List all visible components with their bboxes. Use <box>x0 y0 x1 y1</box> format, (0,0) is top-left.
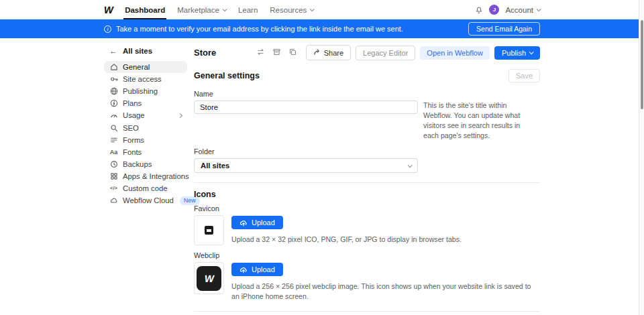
code-icon: </> <box>109 185 118 191</box>
sidebar-item-webflow-cloud[interactable]: Webflow Cloud New <box>104 194 187 206</box>
publish-button[interactable]: Publish <box>494 46 540 60</box>
banner-message: Take a moment to verify your email addre… <box>116 25 403 33</box>
scrollbar-thumb[interactable] <box>641 20 644 109</box>
avatar[interactable]: J <box>489 5 499 15</box>
sidebar-item-fonts[interactable]: Aa Fonts <box>104 146 187 158</box>
gauge-icon <box>109 111 118 119</box>
top-nav: W Dashboard Marketplace Learn Resources … <box>0 0 644 19</box>
webflow-logo-icon[interactable]: W <box>103 4 114 15</box>
cloud-icon <box>109 196 118 204</box>
email-verify-banner: i Take a moment to verify your email add… <box>0 19 644 38</box>
key-icon <box>109 75 118 83</box>
account-menu[interactable]: Account <box>505 6 540 14</box>
sidebar-item-usage[interactable]: Usage <box>104 109 187 121</box>
general-settings-heading: General settings <box>194 71 260 80</box>
form-lines-icon <box>109 136 118 144</box>
webclip-preview: W <box>194 262 224 294</box>
main-content: Store Share Legacy Editor Open in Webflo… <box>194 46 540 315</box>
chevron-right-icon <box>178 113 182 118</box>
section-divider <box>194 311 540 312</box>
chevron-down-icon <box>408 163 413 168</box>
info-icon: i <box>104 25 111 33</box>
nav-item-dashboard[interactable]: Dashboard <box>125 0 165 19</box>
history-clock-icon <box>109 160 118 168</box>
sidebar-item-forms[interactable]: Forms <box>104 134 187 146</box>
nav-item-marketplace[interactable]: Marketplace <box>177 0 226 19</box>
bolt-circle-icon <box>109 99 118 107</box>
name-help-text: This is the site's title within Webflow.… <box>423 83 533 141</box>
webflow-webclip-icon: W <box>197 266 221 291</box>
home-icon <box>109 63 118 71</box>
default-favicon-icon <box>205 226 213 235</box>
page-title: Store <box>194 48 216 58</box>
favicon-preview <box>194 215 224 245</box>
chevron-down-icon <box>223 7 227 11</box>
back-arrow-icon: ← <box>109 47 117 55</box>
webclip-help-text: Upload a 256 × 256 pixel webclip image. … <box>231 281 539 302</box>
fonts-icon: Aa <box>109 149 118 155</box>
notification-bell-icon[interactable] <box>475 5 483 14</box>
share-button[interactable]: Share <box>306 45 351 60</box>
apps-grid-icon <box>109 172 118 180</box>
name-label: Name <box>194 90 418 98</box>
site-name-input[interactable] <box>194 101 418 114</box>
transfer-site-icon[interactable] <box>256 47 265 59</box>
legacy-editor-button[interactable]: Legacy Editor <box>356 46 415 60</box>
sidebar-item-general[interactable]: General <box>104 61 187 73</box>
sidebar-item-plans[interactable]: Plans <box>104 97 187 109</box>
favicon-help-text: Upload a 32 × 32 pixel ICO, PNG, GIF, or… <box>231 235 462 245</box>
globe-icon <box>109 87 118 95</box>
general-save-button[interactable]: Save <box>508 69 540 82</box>
chevron-down-icon <box>537 7 541 11</box>
webclip-upload-button[interactable]: Upload <box>231 263 283 276</box>
section-divider <box>194 182 540 183</box>
chevron-down-icon <box>310 7 315 11</box>
chevron-down-icon <box>529 50 534 54</box>
sidebar-item-site-access[interactable]: Site access <box>104 73 187 85</box>
duplicate-icon[interactable] <box>288 47 297 59</box>
nav-item-resources[interactable]: Resources <box>270 0 313 19</box>
sidebar-item-custom-code[interactable]: </> Custom code <box>104 182 187 194</box>
open-in-webflow-button[interactable]: Open in Webflow <box>420 46 490 60</box>
folder-label: Folder <box>194 147 418 155</box>
vertical-scrollbar[interactable] <box>639 0 644 315</box>
settings-sidebar: ← All sites General Site access Publishi… <box>104 46 187 315</box>
nav-item-learn[interactable]: Learn <box>238 0 258 19</box>
sidebar-item-seo[interactable]: SEO <box>104 121 187 133</box>
sidebar-item-apps-integrations[interactable]: Apps & Integrations <box>104 170 187 182</box>
webclip-label: Webclip <box>194 251 540 259</box>
favicon-label: Favicon <box>194 204 540 212</box>
send-email-again-button[interactable]: Send Email Again <box>468 22 540 36</box>
folder-select[interactable]: All sites <box>194 158 418 173</box>
archive-icon[interactable] <box>272 47 281 59</box>
share-arrow-icon <box>313 48 321 57</box>
sidebar-item-backups[interactable]: Backups <box>104 158 187 170</box>
icons-heading: Icons <box>194 190 216 199</box>
sidebar-item-publishing[interactable]: Publishing <box>104 85 187 97</box>
back-to-all-sites[interactable]: ← All sites <box>104 46 187 56</box>
magnifier-icon <box>109 124 118 132</box>
favicon-upload-button[interactable]: Upload <box>231 216 283 229</box>
